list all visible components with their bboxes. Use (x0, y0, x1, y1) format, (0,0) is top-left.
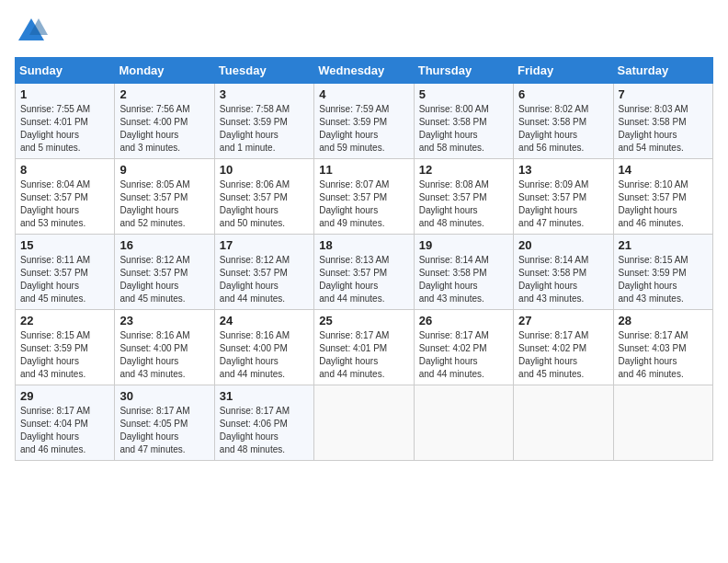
day-info: Sunrise: 8:15 AMSunset: 3:59 PMDaylight … (619, 254, 708, 305)
day-number: 12 (419, 163, 508, 177)
calendar-cell: 19Sunrise: 8:14 AMSunset: 3:58 PMDayligh… (414, 235, 513, 310)
calendar-cell: 16Sunrise: 8:12 AMSunset: 3:57 PMDayligh… (115, 235, 214, 310)
day-number: 31 (220, 389, 309, 403)
day-number: 11 (319, 163, 408, 177)
day-info: Sunrise: 8:05 AMSunset: 3:57 PMDaylight … (119, 178, 209, 230)
day-number: 18 (319, 238, 408, 252)
day-number: 24 (220, 314, 309, 327)
calendar-cell: 30Sunrise: 8:17 AMSunset: 4:05 PMDayligh… (115, 385, 214, 461)
day-number: 23 (119, 314, 209, 327)
calendar-cell: 3Sunrise: 7:58 AMSunset: 3:59 PMDaylight… (214, 84, 313, 159)
calendar-cell: 21Sunrise: 8:15 AMSunset: 3:59 PMDayligh… (613, 235, 712, 310)
weekday-thursday: Thursday (414, 58, 513, 84)
day-number: 15 (20, 238, 109, 252)
day-info: Sunrise: 8:11 AMSunset: 3:57 PMDaylight … (20, 254, 109, 305)
weekday-saturday: Saturday (613, 58, 712, 84)
day-info: Sunrise: 8:17 AMSunset: 4:02 PMDaylight … (419, 329, 508, 381)
day-info: Sunrise: 8:14 AMSunset: 3:58 PMDaylight … (419, 254, 508, 305)
logo-icon (15, 15, 48, 48)
day-info: Sunrise: 8:06 AMSunset: 3:57 PMDaylight … (220, 178, 309, 230)
day-number: 20 (518, 238, 608, 252)
weekday-friday: Friday (514, 58, 613, 84)
calendar-cell: 8Sunrise: 8:04 AMSunset: 3:57 PMDaylight… (16, 159, 115, 235)
calendar-cell: 10Sunrise: 8:06 AMSunset: 3:57 PMDayligh… (214, 159, 313, 235)
calendar-cell: 24Sunrise: 8:16 AMSunset: 4:00 PMDayligh… (214, 310, 313, 385)
day-info: Sunrise: 8:15 AMSunset: 3:59 PMDaylight … (20, 329, 109, 381)
calendar-cell: 7Sunrise: 8:03 AMSunset: 3:58 PMDaylight… (613, 84, 712, 159)
day-number: 17 (220, 238, 309, 252)
day-number: 3 (220, 87, 309, 101)
calendar-cell: 26Sunrise: 8:17 AMSunset: 4:02 PMDayligh… (414, 310, 513, 385)
day-info: Sunrise: 8:10 AMSunset: 3:57 PMDaylight … (619, 178, 708, 230)
calendar-cell: 20Sunrise: 8:14 AMSunset: 3:58 PMDayligh… (514, 235, 613, 310)
calendar-cell: 22Sunrise: 8:15 AMSunset: 3:59 PMDayligh… (16, 310, 115, 385)
day-info: Sunrise: 8:16 AMSunset: 4:00 PMDaylight … (119, 329, 209, 381)
day-info: Sunrise: 8:17 AMSunset: 4:02 PMDaylight … (518, 329, 608, 381)
day-info: Sunrise: 8:17 AMSunset: 4:03 PMDaylight … (619, 329, 708, 381)
day-number: 13 (518, 163, 608, 177)
calendar-cell: 29Sunrise: 8:17 AMSunset: 4:04 PMDayligh… (16, 385, 115, 461)
day-number: 30 (119, 389, 209, 403)
logo (15, 15, 51, 48)
day-number: 14 (619, 163, 708, 177)
calendar-week-2: 8Sunrise: 8:04 AMSunset: 3:57 PMDaylight… (16, 159, 713, 235)
calendar-cell (514, 385, 613, 461)
day-info: Sunrise: 8:17 AMSunset: 4:06 PMDaylight … (220, 405, 309, 456)
calendar-cell: 23Sunrise: 8:16 AMSunset: 4:00 PMDayligh… (115, 310, 214, 385)
calendar-cell: 2Sunrise: 7:56 AMSunset: 4:00 PMDaylight… (115, 84, 214, 159)
day-number: 25 (319, 314, 408, 327)
day-info: Sunrise: 8:02 AMSunset: 3:58 PMDaylight … (518, 103, 608, 155)
day-info: Sunrise: 8:00 AMSunset: 3:58 PMDaylight … (419, 103, 508, 155)
weekday-monday: Monday (115, 58, 214, 84)
calendar-cell: 13Sunrise: 8:09 AMSunset: 3:57 PMDayligh… (514, 159, 613, 235)
day-info: Sunrise: 7:59 AMSunset: 3:59 PMDaylight … (319, 103, 408, 155)
day-info: Sunrise: 8:04 AMSunset: 3:57 PMDaylight … (20, 178, 109, 230)
calendar-cell (613, 385, 712, 461)
calendar-cell: 1Sunrise: 7:55 AMSunset: 4:01 PMDaylight… (16, 84, 115, 159)
day-number: 8 (20, 163, 109, 177)
day-info: Sunrise: 7:56 AMSunset: 4:00 PMDaylight … (119, 103, 209, 155)
day-info: Sunrise: 8:17 AMSunset: 4:01 PMDaylight … (319, 329, 408, 381)
calendar-cell: 12Sunrise: 8:08 AMSunset: 3:57 PMDayligh… (414, 159, 513, 235)
day-info: Sunrise: 8:12 AMSunset: 3:57 PMDaylight … (220, 254, 309, 305)
day-number: 19 (419, 238, 508, 252)
calendar-cell: 15Sunrise: 8:11 AMSunset: 3:57 PMDayligh… (16, 235, 115, 310)
calendar-cell: 14Sunrise: 8:10 AMSunset: 3:57 PMDayligh… (613, 159, 712, 235)
calendar-cell (314, 385, 414, 461)
day-number: 28 (619, 314, 708, 327)
day-info: Sunrise: 8:03 AMSunset: 3:58 PMDaylight … (619, 103, 708, 155)
day-number: 7 (619, 87, 708, 101)
calendar-cell: 4Sunrise: 7:59 AMSunset: 3:59 PMDaylight… (314, 84, 414, 159)
day-info: Sunrise: 7:55 AMSunset: 4:01 PMDaylight … (20, 103, 109, 155)
day-info: Sunrise: 8:16 AMSunset: 4:00 PMDaylight … (220, 329, 309, 381)
calendar-cell: 6Sunrise: 8:02 AMSunset: 3:58 PMDaylight… (514, 84, 613, 159)
calendar-cell (414, 385, 513, 461)
calendar-table: SundayMondayTuesdayWednesdayThursdayFrid… (15, 57, 713, 461)
calendar-week-1: 1Sunrise: 7:55 AMSunset: 4:01 PMDaylight… (16, 84, 713, 159)
day-number: 10 (220, 163, 309, 177)
calendar-cell: 27Sunrise: 8:17 AMSunset: 4:02 PMDayligh… (514, 310, 613, 385)
day-number: 21 (619, 238, 708, 252)
calendar-cell: 17Sunrise: 8:12 AMSunset: 3:57 PMDayligh… (214, 235, 313, 310)
weekday-sunday: Sunday (16, 58, 115, 84)
day-info: Sunrise: 8:17 AMSunset: 4:05 PMDaylight … (119, 405, 209, 456)
day-number: 16 (119, 238, 209, 252)
calendar-week-5: 29Sunrise: 8:17 AMSunset: 4:04 PMDayligh… (16, 385, 713, 461)
calendar-cell: 25Sunrise: 8:17 AMSunset: 4:01 PMDayligh… (314, 310, 414, 385)
day-number: 22 (20, 314, 109, 327)
day-info: Sunrise: 8:09 AMSunset: 3:57 PMDaylight … (518, 178, 608, 230)
calendar-cell: 5Sunrise: 8:00 AMSunset: 3:58 PMDaylight… (414, 84, 513, 159)
day-number: 5 (419, 87, 508, 101)
weekday-header-row: SundayMondayTuesdayWednesdayThursdayFrid… (16, 58, 713, 84)
day-number: 6 (518, 87, 608, 101)
calendar-cell: 28Sunrise: 8:17 AMSunset: 4:03 PMDayligh… (613, 310, 712, 385)
day-number: 26 (419, 314, 508, 327)
calendar-body: 1Sunrise: 7:55 AMSunset: 4:01 PMDaylight… (16, 84, 713, 461)
calendar-cell: 31Sunrise: 8:17 AMSunset: 4:06 PMDayligh… (214, 385, 313, 461)
calendar-week-3: 15Sunrise: 8:11 AMSunset: 3:57 PMDayligh… (16, 235, 713, 310)
day-number: 27 (518, 314, 608, 327)
weekday-wednesday: Wednesday (314, 58, 414, 84)
calendar-cell: 9Sunrise: 8:05 AMSunset: 3:57 PMDaylight… (115, 159, 214, 235)
page-header (15, 15, 713, 48)
day-number: 9 (119, 163, 209, 177)
